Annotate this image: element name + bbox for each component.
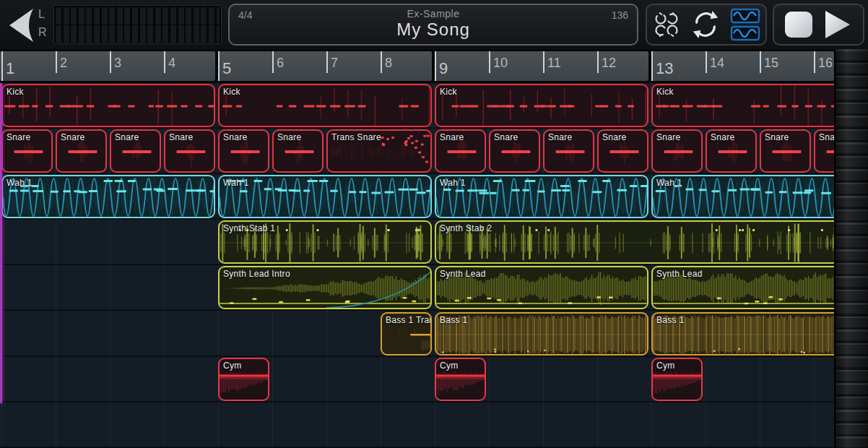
clip-wah-1-bar-9[interactable]: Wah 1 [435,175,648,218]
daw-song-arranger: L R 4/4 Ex-Sample My Song 136 [0,0,868,448]
clip-snare-bar-1[interactable]: Snare [1,129,53,173]
clip-snare-bar-4[interactable]: Snare [164,129,215,173]
meter-label-right: R [38,23,47,41]
ruler-bar-14[interactable]: 14 [706,51,724,81]
clip-bass-1-trans-bar-8[interactable]: Bass 1 Trans [381,312,432,356]
clip-label: Wah 1 [440,178,466,188]
clip-label: Cym [656,361,675,371]
clip-label: Snare [765,132,789,142]
ruler-bar-6[interactable]: 6 [272,51,284,81]
ruler-bar-1[interactable]: 1 [1,51,14,81]
ruler-bar-7[interactable]: 7 [326,51,338,81]
clip-label: Wah 1 [6,178,32,188]
clip-snare-bar-9[interactable]: Snare [435,129,486,173]
clip-synth-lead-intro-bar-5[interactable]: Synth Lead Intro [218,266,432,309]
ruler-bar-16[interactable]: 16 [814,51,833,81]
clip-label: Kick [440,87,457,97]
clip-label: Snare [656,132,681,142]
clip-wah-1-bar-1[interactable]: Wah 1 [1,175,215,218]
clip-cym-bar-9[interactable]: Cym [435,358,486,401]
repeat-icon [690,9,721,40]
clip-cym-bar-5[interactable]: Cym [218,358,269,401]
ruler-bar-10[interactable]: 10 [489,51,508,81]
clip-label: Synth Stab 2 [440,223,492,233]
ruler-segment-3[interactable] [435,51,648,81]
clip-trans-snare-bar-7[interactable]: Trans Snare [326,129,432,173]
clip-label: Cym [223,361,242,371]
clip-kick-bar-5[interactable]: Kick [218,84,432,127]
clip-label: Snare [440,132,464,142]
track-row-cym[interactable] [0,357,834,402]
clip-wah-1-bar-13[interactable]: Wah 1 [651,175,834,218]
clip-label: Snare [169,132,194,142]
clip-snare-bar-13[interactable]: Snare [651,129,703,173]
clip-snare-bar-11[interactable]: Snare [543,129,594,173]
ruler-bar-2[interactable]: 2 [56,51,67,81]
clip-label: Kick [656,87,674,97]
clip-snare-bar-10[interactable]: Snare [489,129,540,173]
waveform-pages-icon [730,8,760,41]
clip-label: Snare [277,132,302,142]
ruler-bar-3[interactable]: 3 [110,51,121,81]
clip-synth-lead-bar-13[interactable]: Synth Lead [651,266,834,309]
ruler-bar-13[interactable]: 13 [651,51,673,81]
ruler-bar-15[interactable]: 15 [760,51,778,81]
vertical-scroll-handle[interactable] [834,49,868,448]
back-arrow-icon [6,7,38,44]
clip-snare-bar-15[interactable]: Snare [760,129,811,173]
ruler-bar-12[interactable]: 12 [597,51,616,81]
ruler-segment-4[interactable] [651,51,834,81]
play-icon [823,9,852,40]
repeat-button[interactable] [690,9,721,40]
clip-snare-bar-6[interactable]: Snare [272,129,324,173]
clip-synth-stab-1-bar-5[interactable]: Synth Stab 1 [218,220,432,264]
clip-label: Trans Snare [331,132,381,142]
clip-label: Snare [6,132,31,142]
clip-cym-bar-13[interactable]: Cym [651,358,703,401]
ruler-segment-1[interactable] [0,51,215,81]
clip-bass-1-bar-13[interactable]: Bass 1 [651,312,834,356]
clip-bass-1-bar-9[interactable]: Bass 1 [435,312,648,356]
waveform-pages-button[interactable] [730,8,760,41]
clip-label: Synth Lead Intro [223,269,290,279]
ruler-bar-11[interactable]: 11 [543,51,561,81]
bpm-value: 136 [612,9,628,21]
clip-snare-bar-12[interactable]: Snare [597,129,648,173]
ruler-bar-5[interactable]: 5 [218,51,231,81]
clip-label: Snare [602,132,627,142]
ruler-bar-8[interactable]: 8 [381,51,392,81]
clip-label: Snare [711,132,735,142]
play-button[interactable] [823,9,852,40]
clip-kick-bar-9[interactable]: Kick [435,84,648,127]
playhead-marker [0,83,2,403]
song-info-panel[interactable]: 4/4 Ex-Sample My Song 136 [228,4,638,46]
clip-label: Bass 1 Trans [386,315,432,325]
ruler-bar-4[interactable]: 4 [164,51,175,81]
ruler-segment-2[interactable] [218,51,432,81]
clip-snare-bar-14[interactable]: Snare [706,129,757,173]
ruler[interactable]: 12345678910111213141516 [0,49,834,83]
clip-snare-bar-16[interactable]: Snare [814,129,834,173]
clip-synth-stab-2-bar-9[interactable]: Synth Stab 2 [435,220,834,264]
transport-group [773,4,864,46]
clip-kick-bar-13[interactable]: Kick [651,84,834,127]
clip-label: Synth Stab 1 [223,223,275,233]
clip-synth-lead-bar-9[interactable]: Synth Lead [435,266,648,309]
top-bar: L R 4/4 Ex-Sample My Song 136 [0,0,868,49]
clip-label: Kick [6,87,24,97]
clip-label: Synth Lead [440,269,486,279]
pattern-cycle-icon [652,10,681,39]
back-button[interactable] [6,7,38,44]
clip-snare-bar-3[interactable]: Snare [110,129,161,173]
pattern-cycle-button[interactable] [652,10,681,39]
clip-wah-1-bar-5[interactable]: Wah 1 [218,175,432,218]
stop-button[interactable] [785,12,812,38]
ruler-bar-9[interactable]: 9 [435,51,448,81]
track-row-empty-7[interactable] [0,402,834,448]
clip-label: Wah 1 [223,178,249,188]
clip-snare-bar-2[interactable]: Snare [56,129,107,173]
clip-label: Snare [223,132,248,142]
clip-label: Snare [115,132,139,142]
clip-snare-bar-5[interactable]: Snare [218,129,269,173]
clip-kick-bar-1[interactable]: Kick [1,84,215,127]
